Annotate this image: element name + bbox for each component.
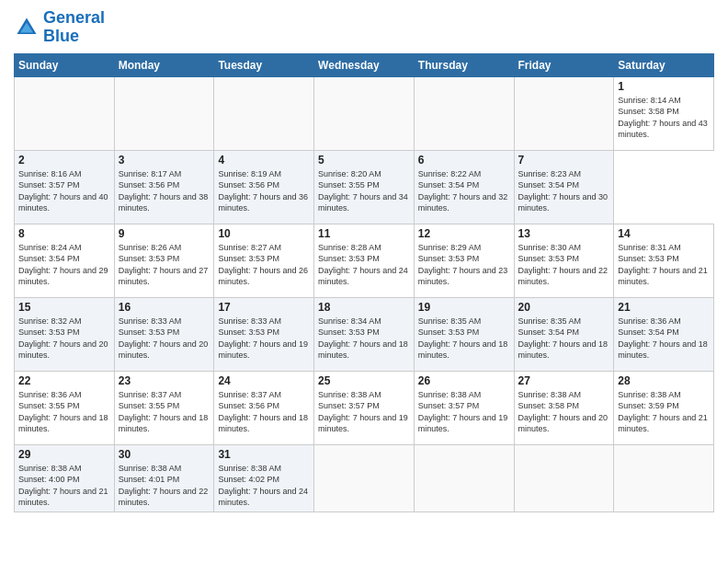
day-info: Sunrise: 8:32 AMSunset: 3:53 PMDaylight:… <box>18 316 110 362</box>
calendar-week-2: 8Sunrise: 8:24 AMSunset: 3:54 PMDaylight… <box>15 224 714 297</box>
calendar-day-12: 12Sunrise: 8:29 AMSunset: 3:53 PMDayligh… <box>414 224 514 297</box>
day-number: 29 <box>18 448 110 461</box>
day-info: Sunrise: 8:38 AMSunset: 4:01 PMDaylight:… <box>119 463 210 509</box>
day-info: Sunrise: 8:38 AMSunset: 3:57 PMDaylight:… <box>418 389 510 435</box>
day-info: Sunrise: 8:38 AMSunset: 4:02 PMDaylight:… <box>218 463 310 509</box>
calendar-day-2: 2Sunrise: 8:16 AMSunset: 3:57 PMDaylight… <box>15 150 115 224</box>
day-info: Sunrise: 8:38 AMSunset: 3:58 PMDaylight:… <box>518 389 610 435</box>
day-number: 28 <box>618 374 710 387</box>
day-number: 5 <box>318 154 410 167</box>
day-number: 22 <box>18 374 110 387</box>
day-info: Sunrise: 8:26 AMSunset: 3:53 PMDaylight:… <box>119 242 210 288</box>
day-info: Sunrise: 8:29 AMSunset: 3:53 PMDaylight:… <box>418 242 510 288</box>
day-number: 7 <box>518 154 610 167</box>
calendar-day-24: 24Sunrise: 8:37 AMSunset: 3:56 PMDayligh… <box>214 371 314 444</box>
calendar-day-16: 16Sunrise: 8:33 AMSunset: 3:53 PMDayligh… <box>114 297 214 371</box>
calendar-day-4: 4Sunrise: 8:19 AMSunset: 3:56 PMDaylight… <box>214 150 314 224</box>
weekday-header-tuesday: Tuesday <box>214 53 314 76</box>
empty-cell <box>414 76 514 150</box>
calendar-week-5: 29Sunrise: 8:38 AMSunset: 4:00 PMDayligh… <box>15 444 714 511</box>
day-number: 30 <box>119 448 210 461</box>
day-info: Sunrise: 8:34 AMSunset: 3:53 PMDaylight:… <box>318 316 410 362</box>
day-number: 19 <box>418 301 510 314</box>
day-info: Sunrise: 8:33 AMSunset: 3:53 PMDaylight:… <box>218 316 310 362</box>
page-header: General Blue <box>14 9 714 46</box>
day-info: Sunrise: 8:36 AMSunset: 3:55 PMDaylight:… <box>18 389 110 435</box>
logo-icon <box>14 15 40 40</box>
calendar-table: SundayMondayTuesdayWednesdayThursdayFrid… <box>14 53 714 512</box>
day-number: 14 <box>618 227 710 240</box>
day-info: Sunrise: 8:35 AMSunset: 3:54 PMDaylight:… <box>518 316 610 362</box>
day-info: Sunrise: 8:19 AMSunset: 3:56 PMDaylight:… <box>218 168 310 214</box>
calendar-day-31: 31Sunrise: 8:38 AMSunset: 4:02 PMDayligh… <box>214 444 314 511</box>
calendar-day-21: 21Sunrise: 8:36 AMSunset: 3:54 PMDayligh… <box>614 297 714 371</box>
day-info: Sunrise: 8:38 AMSunset: 3:59 PMDaylight:… <box>618 389 710 435</box>
day-info: Sunrise: 8:24 AMSunset: 3:54 PMDaylight:… <box>18 242 110 288</box>
calendar-day-1: 1Sunrise: 8:14 AMSunset: 3:58 PMDaylight… <box>614 76 714 150</box>
calendar-day-22: 22Sunrise: 8:36 AMSunset: 3:55 PMDayligh… <box>15 371 115 444</box>
weekday-header-sunday: Sunday <box>15 53 115 76</box>
calendar-day-14: 14Sunrise: 8:31 AMSunset: 3:53 PMDayligh… <box>614 224 714 297</box>
calendar-day-10: 10Sunrise: 8:27 AMSunset: 3:53 PMDayligh… <box>214 224 314 297</box>
calendar-day-7: 7Sunrise: 8:23 AMSunset: 3:54 PMDaylight… <box>514 150 614 224</box>
day-number: 16 <box>119 301 210 314</box>
calendar-day-3: 3Sunrise: 8:17 AMSunset: 3:56 PMDaylight… <box>114 150 214 224</box>
empty-cell <box>15 76 115 150</box>
day-info: Sunrise: 8:23 AMSunset: 3:54 PMDaylight:… <box>518 168 610 214</box>
calendar-day-18: 18Sunrise: 8:34 AMSunset: 3:53 PMDayligh… <box>314 297 415 371</box>
day-info: Sunrise: 8:37 AMSunset: 3:56 PMDaylight:… <box>218 389 310 435</box>
day-number: 11 <box>318 227 410 240</box>
day-info: Sunrise: 8:36 AMSunset: 3:54 PMDaylight:… <box>618 316 710 362</box>
calendar-page: General Blue SundayMondayTuesdayWednesda… <box>0 0 728 563</box>
day-number: 9 <box>119 227 210 240</box>
calendar-week-3: 15Sunrise: 8:32 AMSunset: 3:53 PMDayligh… <box>15 297 714 371</box>
day-number: 31 <box>218 448 310 461</box>
weekday-header-friday: Friday <box>514 53 614 76</box>
day-info: Sunrise: 8:22 AMSunset: 3:54 PMDaylight:… <box>418 168 510 214</box>
day-number: 18 <box>318 301 410 314</box>
calendar-day-30: 30Sunrise: 8:38 AMSunset: 4:01 PMDayligh… <box>114 444 214 511</box>
empty-cell <box>614 444 714 511</box>
calendar-day-19: 19Sunrise: 8:35 AMSunset: 3:53 PMDayligh… <box>414 297 514 371</box>
empty-cell <box>514 76 614 150</box>
day-info: Sunrise: 8:14 AMSunset: 3:58 PMDaylight:… <box>618 95 710 141</box>
calendar-day-27: 27Sunrise: 8:38 AMSunset: 3:58 PMDayligh… <box>514 371 614 444</box>
weekday-header-saturday: Saturday <box>614 53 714 76</box>
calendar-day-11: 11Sunrise: 8:28 AMSunset: 3:53 PMDayligh… <box>314 224 415 297</box>
calendar-day-5: 5Sunrise: 8:20 AMSunset: 3:55 PMDaylight… <box>314 150 415 224</box>
day-number: 20 <box>518 301 610 314</box>
calendar-day-20: 20Sunrise: 8:35 AMSunset: 3:54 PMDayligh… <box>514 297 614 371</box>
weekday-header-row: SundayMondayTuesdayWednesdayThursdayFrid… <box>15 53 714 76</box>
day-number: 26 <box>418 374 510 387</box>
empty-cell <box>514 444 614 511</box>
empty-cell <box>314 444 415 511</box>
calendar-day-29: 29Sunrise: 8:38 AMSunset: 4:00 PMDayligh… <box>15 444 115 511</box>
day-number: 6 <box>418 154 510 167</box>
weekday-header-thursday: Thursday <box>414 53 514 76</box>
empty-cell <box>414 444 514 511</box>
empty-cell <box>114 76 214 150</box>
day-number: 4 <box>218 154 310 167</box>
day-number: 24 <box>218 374 310 387</box>
logo-text: General Blue <box>43 9 105 46</box>
day-info: Sunrise: 8:20 AMSunset: 3:55 PMDaylight:… <box>318 168 410 214</box>
calendar-day-8: 8Sunrise: 8:24 AMSunset: 3:54 PMDaylight… <box>15 224 115 297</box>
day-number: 12 <box>418 227 510 240</box>
day-number: 13 <box>518 227 610 240</box>
calendar-week-0: 1Sunrise: 8:14 AMSunset: 3:58 PMDaylight… <box>15 76 714 150</box>
calendar-day-17: 17Sunrise: 8:33 AMSunset: 3:53 PMDayligh… <box>214 297 314 371</box>
weekday-header-wednesday: Wednesday <box>314 53 415 76</box>
day-number: 15 <box>18 301 110 314</box>
day-info: Sunrise: 8:28 AMSunset: 3:53 PMDaylight:… <box>318 242 410 288</box>
day-number: 10 <box>218 227 310 240</box>
empty-cell <box>314 76 415 150</box>
calendar-week-4: 22Sunrise: 8:36 AMSunset: 3:55 PMDayligh… <box>15 371 714 444</box>
day-info: Sunrise: 8:37 AMSunset: 3:55 PMDaylight:… <box>119 389 210 435</box>
calendar-body: 1Sunrise: 8:14 AMSunset: 3:58 PMDaylight… <box>15 76 714 511</box>
empty-cell <box>214 76 314 150</box>
day-info: Sunrise: 8:33 AMSunset: 3:53 PMDaylight:… <box>119 316 210 362</box>
day-number: 2 <box>18 154 110 167</box>
day-info: Sunrise: 8:16 AMSunset: 3:57 PMDaylight:… <box>18 168 110 214</box>
calendar-day-28: 28Sunrise: 8:38 AMSunset: 3:59 PMDayligh… <box>614 371 714 444</box>
day-number: 23 <box>119 374 210 387</box>
